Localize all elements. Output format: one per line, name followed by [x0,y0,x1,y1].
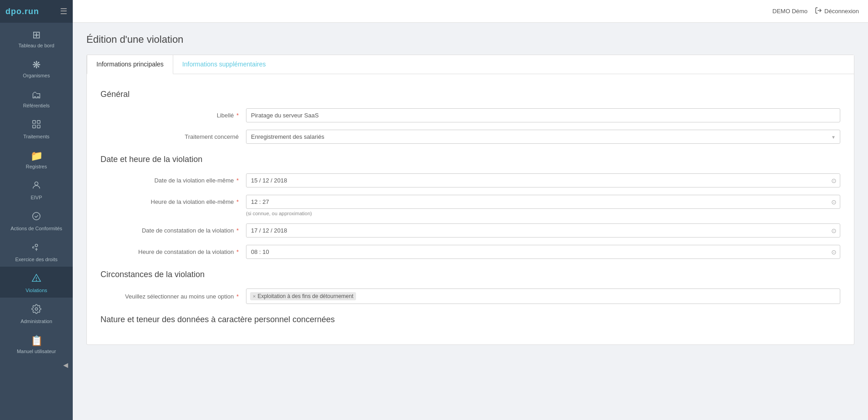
sidebar-item-registres[interactable]: 📁 Registres [0,144,73,174]
libelle-input[interactable] [246,108,840,122]
form-card: Informations principales Informations su… [86,55,854,345]
hamburger-icon[interactable]: ☰ [60,6,67,16]
page-title: Édition d'une violation [86,34,854,46]
tab-informations-supplementaires[interactable]: Informations supplémentaires [173,55,275,74]
logo-suffix: run [25,7,39,16]
date-violation-wrapper: ⊙ [246,173,840,187]
topbar: DEMO Démo Déconnexion [73,0,868,23]
logout-icon [815,7,822,15]
heure-violation-label: Heure de la violation elle-même * [100,195,246,205]
traitement-label: Traitement concerné [100,133,246,140]
sidebar-item-label: Exercice des droits [15,257,58,262]
date-constatation-label: Date de constatation de la violation * [100,227,246,234]
sidebar-item-administration[interactable]: Administration [0,298,73,329]
date-violation-row: Date de la violation elle-même * ⊙ [100,173,840,187]
svg-point-6 [35,244,38,247]
date-constatation-input[interactable] [246,223,840,238]
section-nature-title: Nature et teneur des données à caractère… [100,315,840,324]
organismes-icon: ❋ [32,59,40,71]
eivp-icon [31,180,41,193]
sidebar-collapse-button[interactable]: ◀ [0,359,73,371]
exercice-icon [31,242,41,255]
sidebar-logo: dpo.run [5,7,39,16]
heure-constatation-label: Heure de constatation de la violation * [100,248,246,255]
sidebar-item-referentiels[interactable]: 🗂 Référentiels [0,83,73,113]
sidebar-item-label: Tableau de bord [19,43,55,48]
svg-point-5 [33,213,40,220]
registres-icon: 📁 [30,150,43,162]
collapse-icon: ◀ [63,361,68,369]
traitement-select[interactable]: Enregistrement des salariés [246,130,840,144]
heure-constatation-input[interactable] [246,245,840,259]
sidebar-item-label: EIVP [30,195,42,200]
sidebar-item-label: Violations [25,288,47,293]
user-name: DEMO Démo [773,8,808,15]
circonstances-label: Veuillez sélectionner au moins une optio… [100,293,246,300]
sidebar-item-actions-de-conformites[interactable]: Actions de Conformités [0,205,73,236]
main-content: DEMO Démo Déconnexion Édition d'une viol… [73,0,868,420]
sidebar-item-manuel-utilisateur[interactable]: 📋 Manuel utilisateur [0,329,73,359]
section-date-title: Date et heure de la violation [100,155,840,164]
svg-rect-1 [37,121,40,123]
heure-violation-input[interactable] [246,195,840,209]
libelle-label: Libellé * [100,112,246,119]
date-violation-clear[interactable]: ⊙ [831,177,837,184]
heure-violation-row: Heure de la violation elle-même * ⊙ (si … [100,195,840,216]
traitement-select-wrapper: Enregistrement des salariés [246,130,840,144]
actions-icon [31,211,41,224]
sidebar-item-organismes[interactable]: ❋ Organismes [0,53,73,83]
heure-violation-clear[interactable]: ⊙ [831,198,837,206]
logout-button[interactable]: Déconnexion [815,7,859,15]
svg-point-4 [35,182,38,185]
heure-violation-wrapper: ⊙ [246,195,840,209]
svg-rect-3 [37,125,40,128]
sidebar-item-violations[interactable]: Violations [0,267,73,298]
tab-informations-principales[interactable]: Informations principales [87,55,173,74]
sidebar: dpo.run ☰ ⊞ Tableau de bord ❋ Organismes… [0,0,73,420]
svg-point-8 [36,280,37,281]
svg-rect-2 [33,125,35,128]
libelle-required-marker: * [236,112,239,119]
sidebar-item-tableau-de-bord[interactable]: ⊞ Tableau de bord [0,23,73,53]
sidebar-item-label: Actions de Conformités [10,226,62,231]
date-violation-label: Date de la violation elle-même * [100,177,246,184]
sidebar-item-label: Registres [26,164,47,169]
sidebar-item-label: Organismes [23,73,50,78]
circonstances-row: Veuillez sélectionner au moins une optio… [100,288,840,304]
heure-violation-hint: (si connue, ou approximation) [246,211,840,216]
manuel-icon: 📋 [30,335,43,347]
section-general-title: Général [100,90,840,99]
referentiels-icon: 🗂 [31,89,41,101]
heure-constatation-row: Heure de constatation de la violation * … [100,245,840,259]
administration-icon [31,304,41,317]
date-violation-input[interactable] [246,173,840,187]
sidebar-item-label: Traitements [23,134,50,139]
svg-point-9 [35,308,38,310]
sidebar-item-exercice-des-droits[interactable]: Exercice des droits [0,236,73,267]
circonstances-tag-input[interactable]: × Exploitation à des fins de détournemen… [246,288,840,304]
libelle-row: Libellé * [100,108,840,122]
tag-remove-button[interactable]: × [253,293,256,299]
sidebar-item-traitements[interactable]: Traitements [0,113,73,144]
sidebar-header: dpo.run ☰ [0,0,73,23]
violations-icon [31,273,41,286]
traitement-row: Traitement concerné Enregistrement des s… [100,130,840,144]
sidebar-item-label: Administration [20,319,52,324]
form-body: Général Libellé * Traitement concerné [87,74,854,344]
heure-violation-col: ⊙ (si connue, ou approximation) [246,195,840,216]
date-constatation-wrapper: ⊙ [246,223,840,238]
page-content: Édition d'une violation Informations pri… [73,23,868,420]
sidebar-item-eivp[interactable]: EIVP [0,174,73,205]
heure-constatation-wrapper: ⊙ [246,245,840,259]
dashboard-icon: ⊞ [32,29,40,41]
sidebar-item-label: Référentiels [23,103,50,108]
date-constatation-row: Date de constatation de la violation * ⊙ [100,223,840,238]
svg-rect-0 [33,121,35,123]
date-constatation-clear[interactable]: ⊙ [831,227,837,234]
logout-label: Déconnexion [824,8,859,15]
traitements-icon [31,119,41,132]
logo-text: dpo. [5,7,25,16]
heure-constatation-clear[interactable]: ⊙ [831,248,837,256]
sidebar-item-label: Manuel utilisateur [17,349,56,354]
tabs-container: Informations principales Informations su… [87,55,854,74]
